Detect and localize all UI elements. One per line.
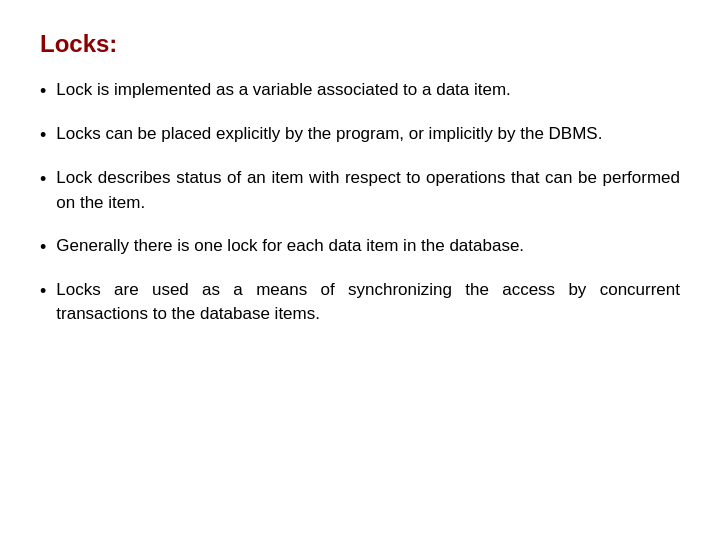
list-item: • Lock is implemented as a variable asso…	[40, 78, 680, 104]
bullet-dot: •	[40, 123, 46, 148]
list-item: • Locks are used as a means of synchroni…	[40, 278, 680, 327]
bullet-text: Locks can be placed explicitly by the pr…	[56, 122, 680, 147]
bullet-dot: •	[40, 79, 46, 104]
bullet-dot: •	[40, 167, 46, 192]
bullet-text: Generally there is one lock for each dat…	[56, 234, 680, 259]
bullet-list: • Lock is implemented as a variable asso…	[40, 78, 680, 345]
list-item: • Lock describes status of an item with …	[40, 166, 680, 215]
bullet-dot: •	[40, 235, 46, 260]
slide-container: Locks: • Lock is implemented as a variab…	[0, 0, 720, 540]
bullet-text: Lock describes status of an item with re…	[56, 166, 680, 215]
bullet-text: Lock is implemented as a variable associ…	[56, 78, 680, 103]
bullet-dot: •	[40, 279, 46, 304]
bullet-text: Locks are used as a means of synchronizi…	[56, 278, 680, 327]
list-item: • Locks can be placed explicitly by the …	[40, 122, 680, 148]
slide-title: Locks:	[40, 30, 680, 58]
list-item: • Generally there is one lock for each d…	[40, 234, 680, 260]
